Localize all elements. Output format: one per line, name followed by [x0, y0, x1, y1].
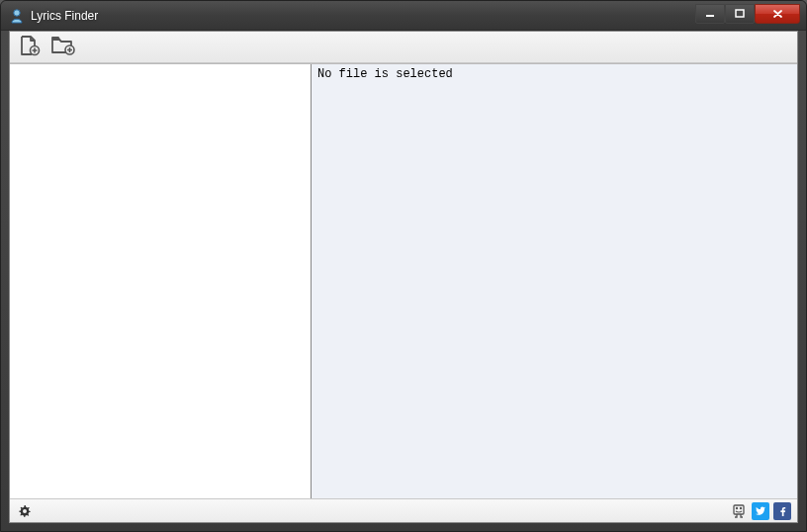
- file-list-pane[interactable]: [10, 64, 312, 498]
- toolbar: [10, 32, 797, 63]
- svg-point-8: [740, 506, 742, 508]
- twitter-button[interactable]: [752, 502, 769, 520]
- share-button[interactable]: [730, 502, 748, 520]
- add-folder-button[interactable]: [49, 35, 77, 60]
- svg-rect-1: [706, 15, 714, 17]
- lyrics-pane: No file is selected: [312, 64, 797, 498]
- svg-point-5: [23, 509, 27, 513]
- main-content: No file is selected: [10, 63, 797, 498]
- app-window: Lyrics Finder: [0, 0, 807, 532]
- add-file-button[interactable]: [16, 35, 44, 60]
- add-file-icon: [18, 35, 42, 60]
- window-controls: [695, 7, 804, 24]
- share-icon: [731, 503, 747, 519]
- svg-rect-6: [734, 505, 744, 514]
- svg-point-7: [736, 506, 738, 508]
- minimize-button[interactable]: [695, 4, 725, 24]
- facebook-icon: [776, 505, 788, 517]
- empty-state-message: No file is selected: [317, 67, 453, 81]
- settings-button[interactable]: [16, 502, 34, 520]
- facebook-button[interactable]: [773, 502, 791, 520]
- gear-icon: [18, 504, 32, 518]
- twitter-icon: [755, 505, 766, 517]
- titlebar[interactable]: Lyrics Finder: [1, 1, 806, 31]
- app-icon: [9, 8, 25, 24]
- maximize-button[interactable]: [725, 4, 755, 24]
- svg-rect-2: [736, 10, 744, 17]
- client-area: No file is selected: [9, 31, 798, 523]
- window-title: Lyrics Finder: [31, 9, 695, 23]
- svg-point-0: [14, 9, 20, 15]
- add-folder-icon: [50, 35, 76, 60]
- close-button[interactable]: [755, 4, 800, 24]
- statusbar: [10, 498, 797, 522]
